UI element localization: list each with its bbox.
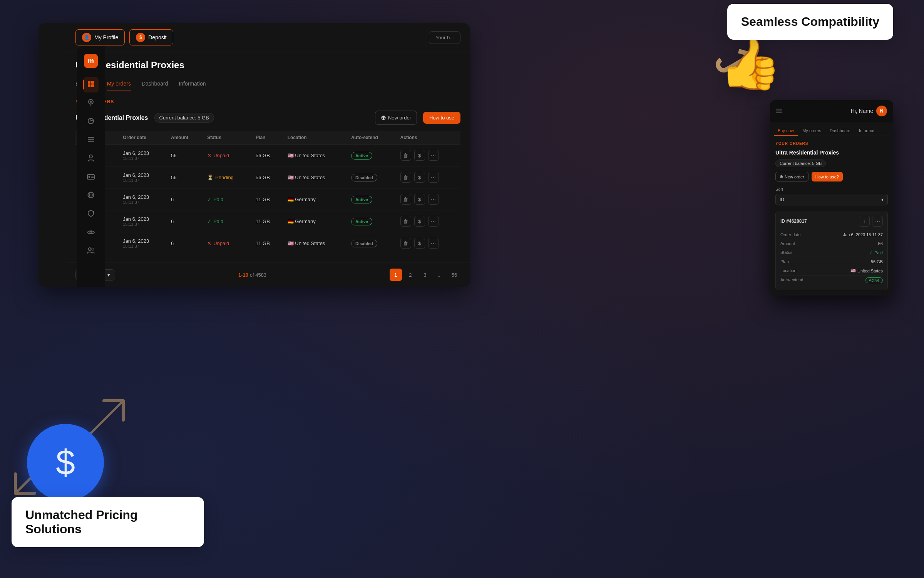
location-flag-icon: 🇺🇸 xyxy=(288,175,294,180)
side-tab-my-orders-label: My orders xyxy=(802,128,821,133)
location-flag-icon: 🇺🇸 xyxy=(288,240,294,246)
my-profile-button[interactable]: 👤 My Profile xyxy=(75,29,125,45)
page-2[interactable]: 2 xyxy=(404,269,417,281)
delete-button[interactable]: 🗑 xyxy=(400,172,411,183)
detail-plan-label: Plan xyxy=(780,259,789,264)
sidebar-item-eye[interactable] xyxy=(83,225,99,240)
cell-location: 🇺🇸 United States xyxy=(283,144,346,166)
delete-button[interactable]: 🗑 xyxy=(400,238,411,249)
order-date: Jan 6, 2023 xyxy=(123,194,162,200)
side-new-order-button[interactable]: ⊕ New order xyxy=(775,172,808,181)
order-time: 15:11:37 xyxy=(123,222,162,227)
detail-plan-value: 56 GB xyxy=(871,259,883,264)
action-buttons: 🗑 $ ⋯ xyxy=(400,238,456,249)
hamburger-menu[interactable] xyxy=(776,109,782,113)
detail-date-value: Jan 6, 2023 15:11:37 xyxy=(843,232,883,237)
status-unpaid: ✕ Unpaid xyxy=(207,153,246,158)
side-how-to-use-button[interactable]: How to use? xyxy=(812,172,843,181)
svg-point-20 xyxy=(89,248,91,250)
order-more-button[interactable]: ⋯ xyxy=(872,216,883,227)
detail-row-auto-extend: Auto-extend Active xyxy=(780,276,883,285)
greeting-text: Hi, Name xyxy=(851,108,873,114)
col-header-actions: Actions xyxy=(396,131,460,144)
side-tab-information-label: Informat... xyxy=(859,128,878,133)
side-tab-information[interactable]: Informat... xyxy=(855,126,882,136)
side-tab-dashboard[interactable]: Dashboard xyxy=(826,126,854,136)
location-icon xyxy=(88,99,94,108)
location-name: Germany xyxy=(295,218,315,224)
payment-button[interactable]: $ xyxy=(414,150,425,161)
hamburger-line-3 xyxy=(776,113,782,113)
user-initial: N xyxy=(880,108,884,114)
x-icon: ✕ xyxy=(207,240,211,246)
side-panel: Hi, Name N Buy now My orders Dashboard I… xyxy=(770,100,893,296)
sidebar-item-id-card[interactable] xyxy=(83,170,99,185)
detail-status-value: ✓ Paid xyxy=(869,250,883,255)
table-icon xyxy=(87,136,94,144)
payment-button[interactable]: $ xyxy=(414,194,425,205)
cell-status: ✕ Unpaid xyxy=(203,232,251,254)
detail-date-label: Order date xyxy=(780,232,801,237)
page-last[interactable]: 56 xyxy=(448,269,460,281)
delete-button[interactable]: 🗑 xyxy=(400,150,411,161)
cell-auto-extend: Disabled xyxy=(346,232,396,254)
cell-amount: 6 xyxy=(166,232,203,254)
cell-status: ✓ Paid xyxy=(203,188,251,210)
new-order-button[interactable]: ⊕ New order xyxy=(375,111,417,125)
order-date: Jan 6, 2023 xyxy=(123,150,162,156)
delete-button[interactable]: 🗑 xyxy=(400,194,411,205)
delete-button[interactable]: 🗑 xyxy=(400,216,411,227)
eye-icon xyxy=(87,229,95,237)
page-3[interactable]: 3 xyxy=(419,269,431,281)
order-detail-card: ID #4628817 ↓ ⋯ Order date Jan 6, 2023 1… xyxy=(775,211,888,290)
sidebar-item-grid[interactable] xyxy=(83,77,99,92)
tab-my-orders[interactable]: My orders xyxy=(107,77,131,91)
cell-actions: 🗑 $ ⋯ xyxy=(396,166,460,188)
greeting-area: Hi, Name N xyxy=(851,106,887,116)
order-download-button[interactable]: ↓ xyxy=(859,216,870,227)
sidebar-item-chart[interactable] xyxy=(83,114,99,129)
more-options-button[interactable]: ⋯ xyxy=(428,172,439,183)
section-label: YOUR ORDERS xyxy=(75,99,460,104)
page-1[interactable]: 1 xyxy=(390,269,402,281)
sidebar-item-users[interactable] xyxy=(83,244,99,259)
seamless-compatibility-callout: Seamless Compatibility xyxy=(727,4,893,40)
sidebar-item-location[interactable] xyxy=(83,96,99,111)
more-options-button[interactable]: ⋯ xyxy=(428,150,439,161)
svg-rect-5 xyxy=(91,84,94,87)
order-date: Jan 6, 2023 xyxy=(123,238,162,244)
callout-top-right-title: Seamless Compatibility xyxy=(741,15,879,29)
location-name: Germany xyxy=(295,197,315,202)
side-tab-buy-now[interactable]: Buy now xyxy=(774,126,798,136)
deposit-icon-circle: $ xyxy=(136,33,145,42)
cell-date: Jan 6, 2023 15:11:37 xyxy=(118,210,166,232)
tab-dashboard[interactable]: Dashboard xyxy=(142,77,168,91)
payment-button[interactable]: $ xyxy=(414,216,425,227)
cell-auto-extend: Disabled xyxy=(346,166,396,188)
more-options-button[interactable]: ⋯ xyxy=(428,194,439,205)
location-name: United States xyxy=(295,175,325,180)
sidebar-item-globe[interactable] xyxy=(83,188,99,203)
cell-auto-extend: Active xyxy=(346,188,396,210)
sort-selector[interactable]: ID ▾ xyxy=(775,194,888,205)
grid-icon xyxy=(87,81,94,89)
deposit-button[interactable]: $ Deposit xyxy=(129,29,173,45)
more-options-button[interactable]: ⋯ xyxy=(428,216,439,227)
actions-col-label: Actions xyxy=(400,135,417,140)
detail-status-label: Status xyxy=(780,250,792,255)
tab-information[interactable]: Information xyxy=(179,77,206,91)
sidebar-item-shield[interactable] xyxy=(83,207,99,222)
payment-button[interactable]: $ xyxy=(414,238,425,249)
detail-auto-extend-value: Active xyxy=(865,277,883,283)
more-options-button[interactable]: ⋯ xyxy=(428,238,439,249)
sidebar-item-person[interactable] xyxy=(83,151,99,166)
cell-location: 🇩🇪 Germany xyxy=(283,188,346,210)
side-balance-badge: Current balance: 5 GB xyxy=(775,160,826,167)
side-tab-my-orders[interactable]: My orders xyxy=(798,126,825,136)
how-to-use-button[interactable]: How to use xyxy=(423,112,460,124)
payment-button[interactable]: $ xyxy=(414,172,425,183)
sidebar-item-table[interactable] xyxy=(83,133,99,148)
detail-row-plan: Plan 56 GB xyxy=(780,257,883,266)
col-header-status: Status xyxy=(203,131,251,144)
cell-actions: 🗑 $ ⋯ xyxy=(396,188,460,210)
